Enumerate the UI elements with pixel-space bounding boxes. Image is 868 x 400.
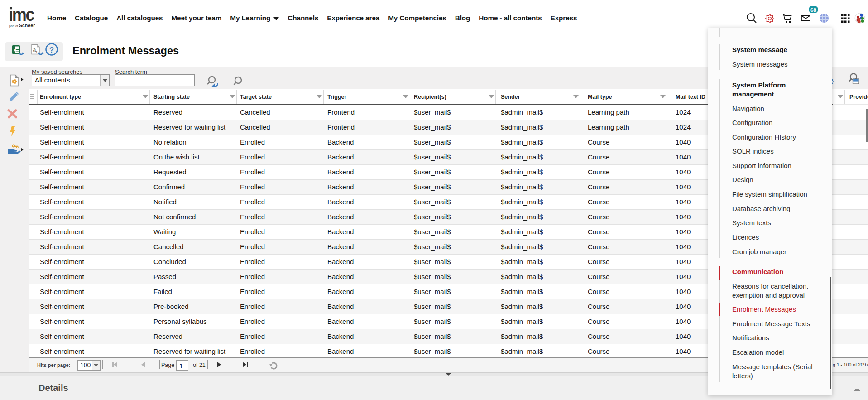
svg-text:?: ?	[49, 46, 54, 54]
svg-text:68: 68	[810, 7, 816, 13]
svg-text:a,: a,	[33, 47, 38, 53]
